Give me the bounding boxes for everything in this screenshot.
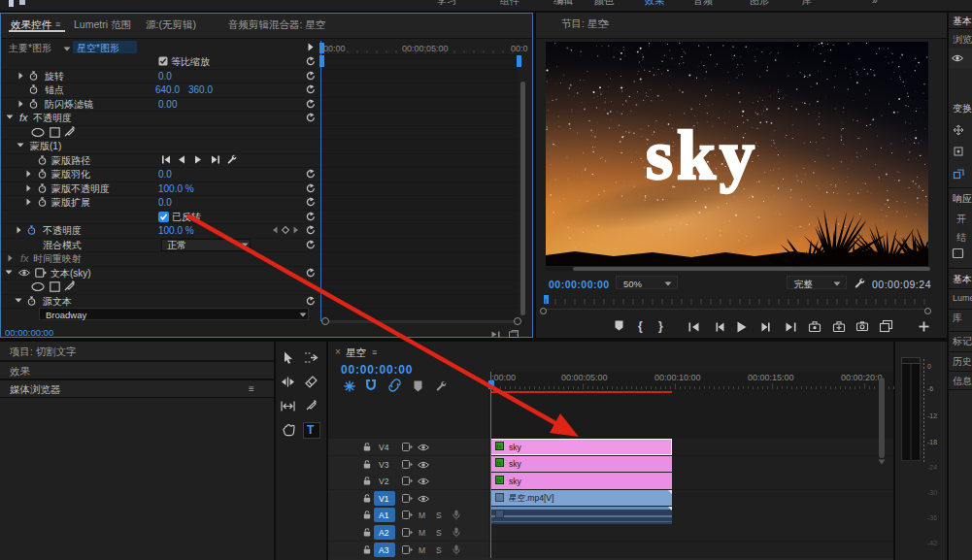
svg-text:fx: fx xyxy=(496,443,502,449)
svg-text:fx: fx xyxy=(496,477,502,483)
svg-text:fx: fx xyxy=(496,459,502,466)
